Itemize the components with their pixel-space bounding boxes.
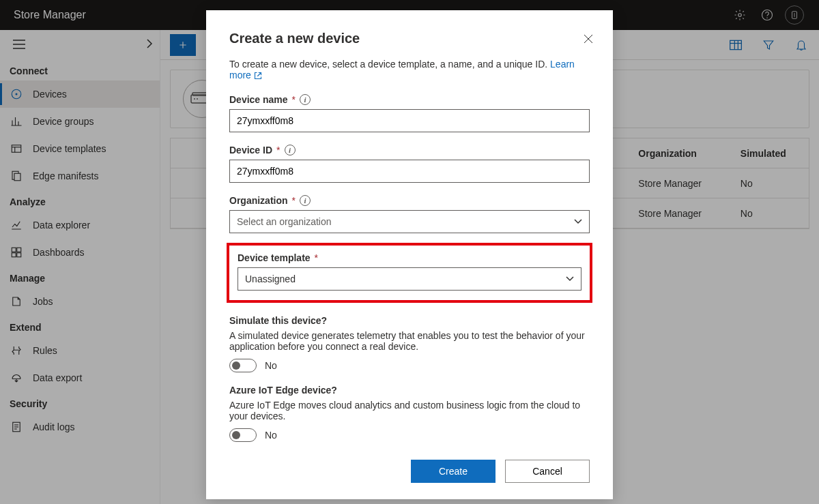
device-template-label: Device template * <box>238 252 581 263</box>
simulate-title: Simulate this device? <box>229 315 590 326</box>
simulate-desc: A simulated device generates telemetry t… <box>229 330 590 352</box>
info-icon[interactable]: i <box>285 145 296 155</box>
dialog-close-button[interactable] <box>580 31 597 47</box>
create-button[interactable]: Create <box>411 460 495 483</box>
simulate-toggle[interactable] <box>229 359 257 372</box>
organization-placeholder: Select an organization <box>237 216 332 227</box>
device-id-label: Device ID * i <box>229 145 590 155</box>
dialog-title: Create a new device <box>229 31 590 46</box>
info-icon[interactable]: i <box>300 94 311 105</box>
edge-title: Azure IoT Edge device? <box>229 385 590 396</box>
device-template-value: Unassigned <box>245 273 296 284</box>
organization-label: Organization * i <box>229 195 590 206</box>
edge-value: No <box>265 430 277 441</box>
device-template-highlight: Device template * Unassigned <box>227 243 592 303</box>
device-name-input[interactable] <box>229 109 590 132</box>
edge-toggle[interactable] <box>229 428 257 442</box>
simulate-value: No <box>265 360 277 371</box>
device-name-label: Device name * i <box>229 94 590 105</box>
chevron-down-icon <box>566 276 574 282</box>
info-icon[interactable]: i <box>300 195 311 206</box>
create-device-dialog: Create a new device To create a new devi… <box>206 10 613 499</box>
device-template-select[interactable]: Unassigned <box>238 267 581 291</box>
close-icon <box>584 34 593 44</box>
cancel-button[interactable]: Cancel <box>505 460 590 483</box>
device-id-input[interactable] <box>229 160 590 183</box>
organization-select[interactable]: Select an organization <box>229 210 590 233</box>
external-link-icon <box>254 72 262 80</box>
chevron-down-icon <box>574 219 582 224</box>
edge-desc: Azure IoT Edge moves cloud analytics and… <box>229 400 590 421</box>
dialog-intro: To create a new device, select a device … <box>229 59 590 80</box>
